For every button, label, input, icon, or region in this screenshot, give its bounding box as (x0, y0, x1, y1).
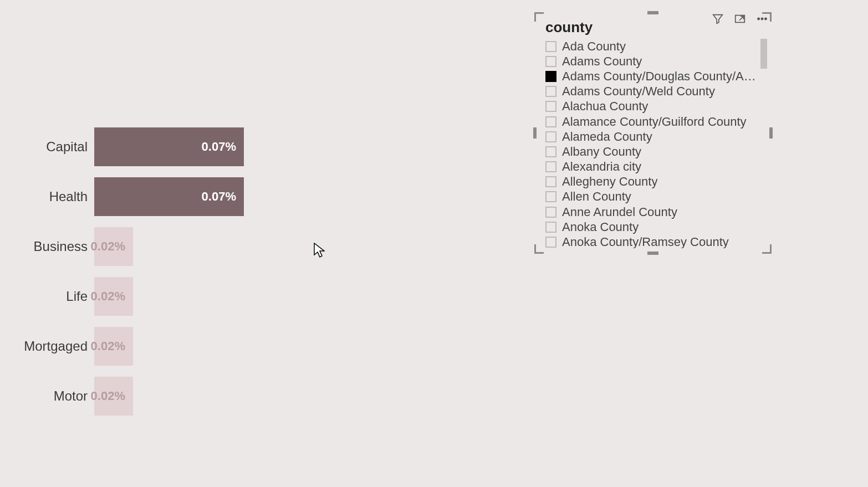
resize-handle[interactable] (647, 252, 658, 255)
checkbox-icon[interactable] (545, 71, 556, 82)
county-slicer[interactable]: county Ada CountyAdams CountyAdams Count… (535, 13, 770, 253)
filter-icon[interactable] (709, 12, 726, 26)
slicer-item[interactable]: Albany County (545, 144, 767, 159)
bar-track: 0.02% (94, 327, 527, 366)
checkbox-icon[interactable] (545, 146, 556, 157)
bar-row[interactable]: Capital0.07% (0, 127, 527, 166)
slicer-item[interactable]: Anoka County (545, 219, 767, 234)
bar-category-label: Capital (0, 139, 94, 155)
bar-category-label: Health (0, 189, 94, 204)
slicer-item[interactable]: Alachua County (545, 99, 767, 114)
bar-fill[interactable]: 0.07% (94, 127, 244, 166)
slicer-item-label: Ada County (562, 39, 626, 54)
slicer-item-label: Alexandria city (562, 160, 641, 174)
slicer-item[interactable]: Adams County/Douglas County/Arapahoe ... (545, 69, 767, 84)
bar-category-label: Mortgaged (0, 339, 94, 354)
slicer-item[interactable]: Allegheny County (545, 175, 767, 189)
bar-fill[interactable]: 0.02% (94, 277, 133, 316)
bar-value-label: 0.02% (91, 389, 125, 403)
slicer-item-label: Adams County (562, 54, 642, 69)
scrollbar-thumb[interactable] (760, 39, 767, 69)
slicer-item-label: Alameda County (562, 130, 652, 144)
bar-row[interactable]: Motor0.02% (0, 377, 527, 416)
resize-handle[interactable] (769, 127, 773, 139)
checkbox-icon[interactable] (545, 237, 556, 248)
slicer-item-label: Albany County (562, 145, 641, 159)
bar-category-label: Motor (0, 388, 94, 404)
bar-track: 0.07% (94, 127, 527, 166)
slicer-item[interactable]: Ada County (545, 39, 767, 54)
checkbox-icon[interactable] (545, 207, 556, 218)
bar-row[interactable]: Mortgaged0.02% (0, 327, 527, 366)
slicer-item-label: Anoka County (562, 220, 639, 234)
bar-fill[interactable]: 0.02% (94, 327, 133, 366)
bar-track: 0.07% (94, 177, 527, 216)
slicer-item[interactable]: Anoka County/Ramsey County (545, 234, 767, 248)
selection-bracket (534, 244, 544, 254)
bar-track: 0.02% (94, 377, 527, 416)
slicer-item-label: Adams County/Weld County (562, 84, 715, 99)
bar-value-label: 0.07% (202, 140, 236, 154)
slicer-item-label: Allen County (562, 189, 631, 204)
checkbox-icon[interactable] (545, 222, 556, 233)
bar-value-label: 0.07% (202, 189, 236, 204)
slicer-list[interactable]: Ada CountyAdams CountyAdams County/Dougl… (545, 39, 767, 248)
slicer-item[interactable]: Alamance County/Guilford County (545, 114, 767, 129)
checkbox-icon[interactable] (545, 161, 556, 172)
checkbox-icon[interactable] (545, 101, 556, 112)
selection-bracket (534, 12, 544, 22)
bar-track: 0.02% (94, 227, 527, 266)
slicer-item-label: Anne Arundel County (562, 205, 677, 219)
slicer-item[interactable]: Allen County (545, 189, 767, 204)
checkbox-icon[interactable] (545, 41, 556, 52)
slicer-item[interactable]: Alexandria city (545, 160, 767, 175)
checkbox-icon[interactable] (545, 86, 556, 97)
bar-category-label: Life (0, 289, 94, 304)
bar-fill[interactable]: 0.02% (94, 377, 133, 416)
slicer-item[interactable]: Adams County (545, 54, 767, 69)
focus-mode-icon[interactable] (732, 12, 748, 26)
svg-point-1 (758, 18, 759, 19)
bar-value-label: 0.02% (91, 339, 125, 353)
resize-handle[interactable] (533, 127, 537, 139)
slicer-title: county (545, 19, 593, 36)
slicer-item[interactable]: Adams County/Weld County (545, 84, 767, 99)
checkbox-icon[interactable] (545, 176, 556, 187)
bar-fill[interactable]: 0.07% (94, 177, 244, 216)
slicer-item[interactable]: Anne Arundel County (545, 204, 767, 219)
bar-chart[interactable]: Capital0.07%Health0.07%Business0.02%Life… (0, 127, 527, 427)
slicer-item-label: Alachua County (562, 99, 648, 114)
visual-header (709, 12, 770, 26)
bar-row[interactable]: Health0.07% (0, 177, 527, 216)
checkbox-icon[interactable] (545, 191, 556, 202)
bar-track: 0.02% (94, 277, 527, 316)
bar-row[interactable]: Life0.02% (0, 277, 527, 316)
checkbox-icon[interactable] (545, 131, 556, 142)
slicer-item[interactable]: Alameda County (545, 129, 767, 144)
slicer-item-label: Anoka County/Ramsey County (562, 235, 729, 248)
slicer-item-label: Allegheny County (562, 175, 657, 189)
bar-row[interactable]: Business0.02% (0, 227, 527, 266)
slicer-item-label: Alamance County/Guilford County (562, 115, 747, 129)
checkbox-icon[interactable] (545, 116, 556, 127)
bar-category-label: Business (0, 239, 94, 254)
slicer-item-label: Adams County/Douglas County/Arapahoe ... (562, 69, 756, 84)
bar-value-label: 0.02% (91, 239, 125, 254)
bar-value-label: 0.02% (91, 289, 125, 304)
checkbox-icon[interactable] (545, 56, 556, 67)
resize-handle[interactable] (647, 11, 658, 14)
selection-bracket (762, 12, 772, 22)
bar-fill[interactable]: 0.02% (94, 227, 133, 266)
